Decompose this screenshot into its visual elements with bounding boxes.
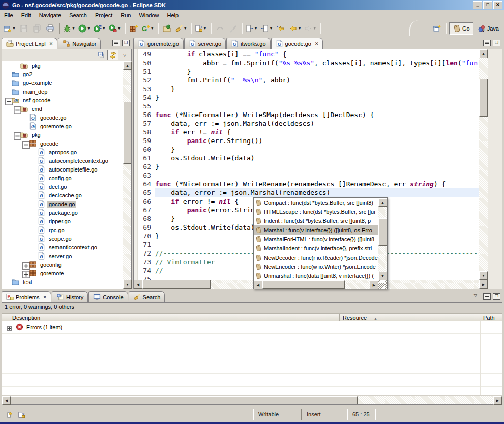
explorer-tab-navigator[interactable]: Navigator xyxy=(58,38,101,49)
fast-view-dropdown[interactable]: ▼ xyxy=(203,26,207,30)
search-dropdown[interactable]: ▼ xyxy=(184,26,187,30)
open-resource-button[interactable] xyxy=(161,23,173,34)
editor-tab-itworks-go[interactable]: Gitworks.go xyxy=(226,38,271,49)
new-wizard-dropdown[interactable]: ▼ xyxy=(12,26,16,30)
scroll-up-button[interactable]: ▲ xyxy=(378,198,387,207)
prev-annotation-button[interactable]: ▼ xyxy=(259,23,274,34)
explorer-maximize-icon[interactable]: ❒ xyxy=(122,40,130,46)
menu-navigate[interactable]: Navigate xyxy=(35,11,65,20)
completion-item[interactable]: NewEncoder : func(w io.Writer) *json.Enc… xyxy=(254,262,378,271)
back-button[interactable]: ▼ xyxy=(288,23,302,34)
profile-button[interactable]: ▼ xyxy=(108,23,122,34)
scroll-right-button[interactable]: ▶ xyxy=(493,396,502,405)
menu-help[interactable]: Help xyxy=(163,11,183,20)
tree-scrollbar[interactable]: ▲▼ xyxy=(123,61,131,289)
run-history-button[interactable]: ▼ xyxy=(93,23,107,34)
completion-item[interactable]: Indent : func(dst *bytes.Buffer, src []u… xyxy=(254,216,378,225)
menu-search[interactable]: Search xyxy=(65,11,91,20)
menu-file[interactable]: File xyxy=(0,11,17,20)
editor-minimize-icon[interactable]: ▬ xyxy=(483,40,491,46)
explorer-tab-project-expl[interactable]: Project Expl✕ xyxy=(2,38,57,49)
run-button[interactable]: ▼ xyxy=(77,23,92,34)
tree-item-nsf-gocode[interactable]: Gnsf-gocode xyxy=(2,96,123,104)
completion-item[interactable]: MarshalIndent : func(v interface{}, pref… xyxy=(254,244,378,253)
problems-minimize-icon[interactable]: ▬ xyxy=(483,293,491,300)
expand-icon[interactable] xyxy=(22,271,27,275)
expand-icon[interactable] xyxy=(22,262,27,267)
scroll-down-button[interactable]: ▼ xyxy=(479,271,488,280)
problems-tab-problems[interactable]: Problems✕ xyxy=(2,291,51,302)
editor-vertical-scrollbar[interactable]: ▲▼ xyxy=(479,49,488,280)
collapse-icon[interactable] xyxy=(14,132,18,137)
menu-run[interactable]: Run xyxy=(116,11,135,20)
problems-maximize-icon[interactable]: ❒ xyxy=(493,293,500,300)
scroll-thumb[interactable] xyxy=(11,396,358,404)
scroll-thumb[interactable] xyxy=(123,102,131,164)
scroll-up-button[interactable]: ▲ xyxy=(123,61,132,70)
completion-item[interactable]: MarshalForHTML : func(v interface{}) ([]… xyxy=(254,235,378,244)
completion-item[interactable]: Marshal : func(v interface{}) ([]uint8, … xyxy=(254,225,378,235)
explorer-minimize-icon[interactable]: ▬ xyxy=(112,40,120,46)
menu-edit[interactable]: Edit xyxy=(17,11,35,20)
forward-dropdown[interactable]: ▼ xyxy=(313,26,316,30)
link-editor-button[interactable] xyxy=(107,50,118,60)
tree-item-config-go[interactable]: Gconfig.go xyxy=(2,174,123,182)
new-element-button[interactable]: G▼ xyxy=(141,23,155,34)
problems-view-menu-icon[interactable]: ▽ xyxy=(474,293,477,300)
popup-horizontal-scrollbar[interactable]: ◀▶ xyxy=(254,280,378,289)
tree-item-rpc-go[interactable]: Grpc.go xyxy=(2,225,123,234)
tree-item-gocode-go[interactable]: Ggocode.go xyxy=(2,113,123,122)
tree-item-server-go[interactable]: Gserver.go xyxy=(2,251,123,260)
collapse-icon[interactable] xyxy=(22,141,27,146)
problems-tab-console[interactable]: Console xyxy=(88,291,128,302)
explorer-view-menu-button[interactable]: ▽ xyxy=(120,50,130,60)
tree-item-semanticcontext-go[interactable]: Gsemanticcontext.go xyxy=(2,243,123,251)
scroll-left-button[interactable]: ◀ xyxy=(2,396,11,405)
scroll-down-button[interactable]: ▼ xyxy=(123,280,132,289)
problems-tab-history[interactable]: History xyxy=(52,291,88,302)
new-element-dropdown[interactable]: ▼ xyxy=(151,26,154,30)
scroll-thumb[interactable] xyxy=(262,280,345,289)
problems-tab-search[interactable]: Search xyxy=(129,291,165,302)
search-button[interactable]: ▼ xyxy=(174,23,188,34)
tree-item-decl-go[interactable]: Gdecl.go xyxy=(2,182,123,191)
open-perspective-button[interactable] xyxy=(431,23,443,34)
tree-item-ripper-go[interactable]: Gripper.go xyxy=(2,217,123,225)
tree-item-autocompletecontext-go[interactable]: Gautocompletecontext.go xyxy=(2,156,123,165)
problems-horizontal-scrollbar[interactable]: ◀▶ xyxy=(2,396,502,404)
close-button[interactable]: ✕ xyxy=(493,1,502,9)
maximize-button[interactable]: □ xyxy=(483,1,492,9)
perspective-go[interactable]: Go xyxy=(449,22,473,35)
completion-item[interactable]: NewDecoder : func(r io.Reader) *json.Dec… xyxy=(254,253,378,262)
editor-tab-goremote-go[interactable]: Ggoremote.go xyxy=(133,38,184,49)
last-edit-button[interactable] xyxy=(275,23,287,34)
minimize-button[interactable]: _ xyxy=(473,1,482,9)
new-package-button[interactable] xyxy=(128,23,140,34)
tree-item-goremote[interactable]: goremote xyxy=(2,269,123,277)
completion-item[interactable]: Unmarshal : func(data []uint8, v interfa… xyxy=(254,271,378,280)
collapse-all-button[interactable] xyxy=(96,50,106,60)
editor-tab-gocode-go[interactable]: Ggocode.go✕ xyxy=(271,38,323,49)
profile-dropdown[interactable]: ▼ xyxy=(117,26,121,30)
tree-item-autocompletefile-go[interactable]: Gautocompletefile.go xyxy=(2,165,123,174)
tree-item-gocode[interactable]: gocode xyxy=(2,139,123,148)
tree-item-package-go[interactable]: Gpackage.go xyxy=(2,208,123,217)
tree-item-goconfig[interactable]: goconfig xyxy=(2,260,123,269)
fast-view-icon[interactable] xyxy=(4,410,14,420)
tree-item-go-example[interactable]: go-example xyxy=(2,78,123,87)
collapse-icon[interactable] xyxy=(5,98,10,102)
scroll-up-button[interactable]: ▲ xyxy=(479,49,488,58)
tree-item-test[interactable]: test xyxy=(2,277,123,286)
scroll-right-button[interactable]: ▶ xyxy=(479,280,488,289)
debug-dropdown[interactable]: ▼ xyxy=(72,26,75,30)
back-dropdown[interactable]: ▼ xyxy=(298,26,301,30)
prev-annotation-dropdown[interactable]: ▼ xyxy=(269,26,273,30)
tree-item-gocode-go[interactable]: Ggocode.go xyxy=(2,200,123,208)
menu-project[interactable]: Project xyxy=(91,11,116,20)
scroll-thumb[interactable] xyxy=(378,218,387,246)
editor-tab-close-icon[interactable]: ✕ xyxy=(315,41,319,46)
scroll-left-button[interactable]: ◀ xyxy=(134,280,142,289)
completion-item[interactable]: HTMLEscape : func(dst *bytes.Buffer, src… xyxy=(254,207,378,216)
project-tree[interactable]: pkggo2go-examplemain_depGnsf-gocodecmdGg… xyxy=(2,61,123,289)
tree-item-apropos-go[interactable]: Gapropos.go xyxy=(2,148,123,156)
